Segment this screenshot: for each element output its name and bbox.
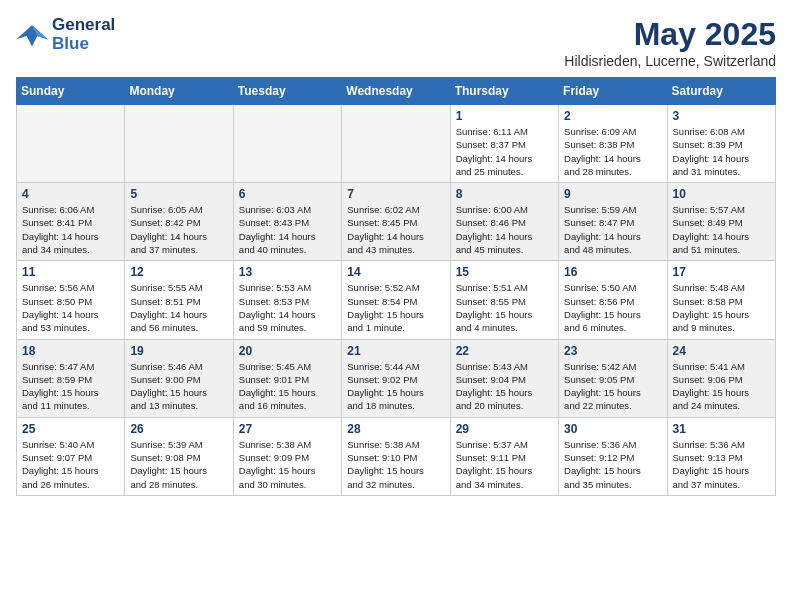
day-info: Sunrise: 6:08 AMSunset: 8:39 PMDaylight:… [673,125,770,178]
day-info: Sunrise: 6:00 AMSunset: 8:46 PMDaylight:… [456,203,553,256]
day-number: 31 [673,422,770,436]
day-number: 19 [130,344,227,358]
calendar-cell: 27Sunrise: 5:38 AMSunset: 9:09 PMDayligh… [233,417,341,495]
calendar-cell: 16Sunrise: 5:50 AMSunset: 8:56 PMDayligh… [559,261,667,339]
day-number: 10 [673,187,770,201]
day-info: Sunrise: 5:56 AMSunset: 8:50 PMDaylight:… [22,281,119,334]
day-info: Sunrise: 6:02 AMSunset: 8:45 PMDaylight:… [347,203,444,256]
day-info: Sunrise: 5:38 AMSunset: 9:09 PMDaylight:… [239,438,336,491]
day-number: 13 [239,265,336,279]
header-thursday: Thursday [450,78,558,105]
calendar-cell: 25Sunrise: 5:40 AMSunset: 9:07 PMDayligh… [17,417,125,495]
header-row: SundayMondayTuesdayWednesdayThursdayFrid… [17,78,776,105]
day-info: Sunrise: 6:09 AMSunset: 8:38 PMDaylight:… [564,125,661,178]
day-number: 29 [456,422,553,436]
day-info: Sunrise: 5:47 AMSunset: 8:59 PMDaylight:… [22,360,119,413]
day-info: Sunrise: 5:50 AMSunset: 8:56 PMDaylight:… [564,281,661,334]
calendar-cell: 24Sunrise: 5:41 AMSunset: 9:06 PMDayligh… [667,339,775,417]
calendar-cell: 7Sunrise: 6:02 AMSunset: 8:45 PMDaylight… [342,183,450,261]
day-number: 15 [456,265,553,279]
header-tuesday: Tuesday [233,78,341,105]
calendar-cell [17,105,125,183]
location-subtitle: Hildisrieden, Lucerne, Switzerland [564,53,776,69]
day-number: 28 [347,422,444,436]
calendar-cell: 31Sunrise: 5:36 AMSunset: 9:13 PMDayligh… [667,417,775,495]
week-row-2: 4Sunrise: 6:06 AMSunset: 8:41 PMDaylight… [17,183,776,261]
calendar-cell: 17Sunrise: 5:48 AMSunset: 8:58 PMDayligh… [667,261,775,339]
day-number: 11 [22,265,119,279]
day-number: 3 [673,109,770,123]
title-block: May 2025 Hildisrieden, Lucerne, Switzerl… [564,16,776,69]
week-row-5: 25Sunrise: 5:40 AMSunset: 9:07 PMDayligh… [17,417,776,495]
week-row-1: 1Sunrise: 6:11 AMSunset: 8:37 PMDaylight… [17,105,776,183]
calendar-cell: 5Sunrise: 6:05 AMSunset: 8:42 PMDaylight… [125,183,233,261]
day-info: Sunrise: 6:06 AMSunset: 8:41 PMDaylight:… [22,203,119,256]
calendar-cell: 23Sunrise: 5:42 AMSunset: 9:05 PMDayligh… [559,339,667,417]
day-number: 14 [347,265,444,279]
logo-text: General Blue [52,16,115,53]
logo: General Blue [16,16,115,53]
day-info: Sunrise: 5:57 AMSunset: 8:49 PMDaylight:… [673,203,770,256]
day-info: Sunrise: 6:05 AMSunset: 8:42 PMDaylight:… [130,203,227,256]
day-number: 9 [564,187,661,201]
calendar-cell: 14Sunrise: 5:52 AMSunset: 8:54 PMDayligh… [342,261,450,339]
calendar-cell [233,105,341,183]
day-info: Sunrise: 5:55 AMSunset: 8:51 PMDaylight:… [130,281,227,334]
day-number: 7 [347,187,444,201]
calendar-cell: 1Sunrise: 6:11 AMSunset: 8:37 PMDaylight… [450,105,558,183]
calendar-cell: 10Sunrise: 5:57 AMSunset: 8:49 PMDayligh… [667,183,775,261]
day-info: Sunrise: 5:44 AMSunset: 9:02 PMDaylight:… [347,360,444,413]
calendar-cell: 15Sunrise: 5:51 AMSunset: 8:55 PMDayligh… [450,261,558,339]
day-number: 27 [239,422,336,436]
day-info: Sunrise: 5:36 AMSunset: 9:12 PMDaylight:… [564,438,661,491]
day-number: 8 [456,187,553,201]
calendar-cell: 2Sunrise: 6:09 AMSunset: 8:38 PMDaylight… [559,105,667,183]
calendar-cell: 26Sunrise: 5:39 AMSunset: 9:08 PMDayligh… [125,417,233,495]
calendar-cell: 28Sunrise: 5:38 AMSunset: 9:10 PMDayligh… [342,417,450,495]
day-number: 25 [22,422,119,436]
calendar-cell: 11Sunrise: 5:56 AMSunset: 8:50 PMDayligh… [17,261,125,339]
calendar-table: SundayMondayTuesdayWednesdayThursdayFrid… [16,77,776,496]
day-info: Sunrise: 5:36 AMSunset: 9:13 PMDaylight:… [673,438,770,491]
calendar-cell: 19Sunrise: 5:46 AMSunset: 9:00 PMDayligh… [125,339,233,417]
day-number: 26 [130,422,227,436]
page-header: General Blue May 2025 Hildisrieden, Luce… [16,16,776,69]
day-info: Sunrise: 5:42 AMSunset: 9:05 PMDaylight:… [564,360,661,413]
calendar-cell: 20Sunrise: 5:45 AMSunset: 9:01 PMDayligh… [233,339,341,417]
calendar-cell: 22Sunrise: 5:43 AMSunset: 9:04 PMDayligh… [450,339,558,417]
day-info: Sunrise: 5:43 AMSunset: 9:04 PMDaylight:… [456,360,553,413]
header-sunday: Sunday [17,78,125,105]
day-number: 1 [456,109,553,123]
calendar-cell: 3Sunrise: 6:08 AMSunset: 8:39 PMDaylight… [667,105,775,183]
calendar-cell [342,105,450,183]
day-info: Sunrise: 5:37 AMSunset: 9:11 PMDaylight:… [456,438,553,491]
day-info: Sunrise: 5:59 AMSunset: 8:47 PMDaylight:… [564,203,661,256]
day-info: Sunrise: 5:38 AMSunset: 9:10 PMDaylight:… [347,438,444,491]
day-info: Sunrise: 5:48 AMSunset: 8:58 PMDaylight:… [673,281,770,334]
calendar-cell: 12Sunrise: 5:55 AMSunset: 8:51 PMDayligh… [125,261,233,339]
day-number: 23 [564,344,661,358]
day-info: Sunrise: 5:39 AMSunset: 9:08 PMDaylight:… [130,438,227,491]
calendar-cell: 29Sunrise: 5:37 AMSunset: 9:11 PMDayligh… [450,417,558,495]
day-info: Sunrise: 5:53 AMSunset: 8:53 PMDaylight:… [239,281,336,334]
day-info: Sunrise: 5:52 AMSunset: 8:54 PMDaylight:… [347,281,444,334]
day-info: Sunrise: 5:46 AMSunset: 9:00 PMDaylight:… [130,360,227,413]
header-monday: Monday [125,78,233,105]
month-year-title: May 2025 [564,16,776,53]
week-row-4: 18Sunrise: 5:47 AMSunset: 8:59 PMDayligh… [17,339,776,417]
day-number: 2 [564,109,661,123]
week-row-3: 11Sunrise: 5:56 AMSunset: 8:50 PMDayligh… [17,261,776,339]
calendar-cell: 30Sunrise: 5:36 AMSunset: 9:12 PMDayligh… [559,417,667,495]
header-wednesday: Wednesday [342,78,450,105]
day-info: Sunrise: 5:41 AMSunset: 9:06 PMDaylight:… [673,360,770,413]
calendar-cell: 6Sunrise: 6:03 AMSunset: 8:43 PMDaylight… [233,183,341,261]
calendar-cell: 13Sunrise: 5:53 AMSunset: 8:53 PMDayligh… [233,261,341,339]
day-number: 16 [564,265,661,279]
day-info: Sunrise: 5:45 AMSunset: 9:01 PMDaylight:… [239,360,336,413]
day-info: Sunrise: 6:03 AMSunset: 8:43 PMDaylight:… [239,203,336,256]
day-info: Sunrise: 5:40 AMSunset: 9:07 PMDaylight:… [22,438,119,491]
day-number: 4 [22,187,119,201]
day-number: 21 [347,344,444,358]
logo-icon [16,21,48,49]
day-number: 6 [239,187,336,201]
